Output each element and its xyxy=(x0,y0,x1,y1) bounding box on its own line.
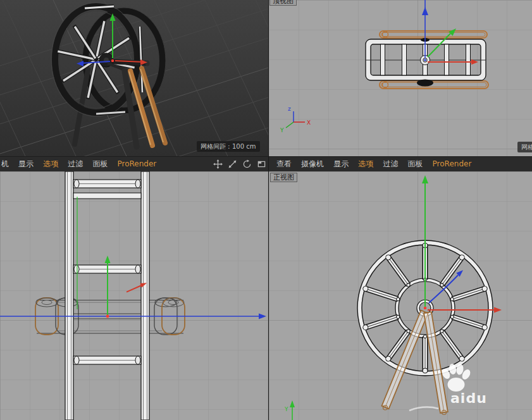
menu-item-filter-right[interactable]: 过滤 xyxy=(383,157,398,171)
dolly-icon[interactable] xyxy=(228,159,237,169)
pan-icon[interactable] xyxy=(213,159,223,169)
menu-item-filter-left[interactable]: 过滤 xyxy=(68,157,83,171)
menubar-right: 查看 摄像机 显示 选项 过滤 面板 ProRender xyxy=(269,157,532,172)
world-y-label: Y xyxy=(284,406,288,412)
view-tools xyxy=(211,159,266,171)
toggle-view-icon[interactable] xyxy=(257,159,266,169)
menu-item-prorender-left[interactable]: ProRender xyxy=(117,157,156,171)
rotate-icon[interactable] xyxy=(242,159,252,169)
tripod-z-label: z xyxy=(288,106,291,112)
c4d-four-view-workspace: 网格间距：100 cm xyxy=(0,0,532,420)
tripod-y-label: Y xyxy=(280,127,284,133)
viewport-perspective-canvas[interactable] xyxy=(0,0,268,156)
viewport-top-label: 顶视图 xyxy=(269,0,297,6)
menu-item-panel-left[interactable]: 面板 xyxy=(92,157,108,171)
viewport-split-divider[interactable] xyxy=(268,0,269,420)
viewport-menubar: 机 显示 选项 过滤 面板 ProRender xyxy=(0,156,532,171)
viewport-front-canvas[interactable]: Y xyxy=(269,171,532,420)
menubar-left: 机 显示 选项 过滤 面板 ProRender xyxy=(0,157,269,172)
viewport-front-label: 正视图 xyxy=(270,173,297,182)
hub-bearing-bottom xyxy=(417,80,433,87)
viewport-top-canvas[interactable]: z Y X xyxy=(269,0,532,156)
menu-item-camera[interactable]: 摄像机 xyxy=(301,157,324,171)
menu-item-panel-right[interactable]: 面板 xyxy=(407,157,423,171)
watermark-text: aidu xyxy=(450,390,487,406)
menu-item-display-left[interactable]: 显示 xyxy=(18,157,34,171)
viewport-perspective[interactable]: 网格间距：100 cm xyxy=(0,0,268,156)
viewport-front[interactable]: Y 正视图 aidu xyxy=(269,171,532,420)
tripod-x-label: X xyxy=(307,120,311,126)
viewport-top[interactable]: z Y X 顶视图 网格 xyxy=(269,0,532,156)
menu-item-view[interactable]: 查看 xyxy=(276,157,292,171)
viewport-side-canvas[interactable] xyxy=(0,171,268,420)
grid-spacing-badge-clipped: 网格 xyxy=(517,142,532,152)
menu-item-camera-clipped[interactable]: 机 xyxy=(1,157,9,171)
menu-item-options-right[interactable]: 选项 xyxy=(358,157,373,171)
viewport-side[interactable] xyxy=(0,171,268,420)
menu-item-prorender-right[interactable]: ProRender xyxy=(433,157,472,171)
menu-item-display-right[interactable]: 显示 xyxy=(333,157,349,171)
side-grid-major xyxy=(0,171,268,420)
reel-model-top[interactable] xyxy=(366,31,488,89)
grid-spacing-badge: 网格间距：100 cm xyxy=(197,141,260,152)
menu-item-options-left[interactable]: 选项 xyxy=(43,157,58,171)
